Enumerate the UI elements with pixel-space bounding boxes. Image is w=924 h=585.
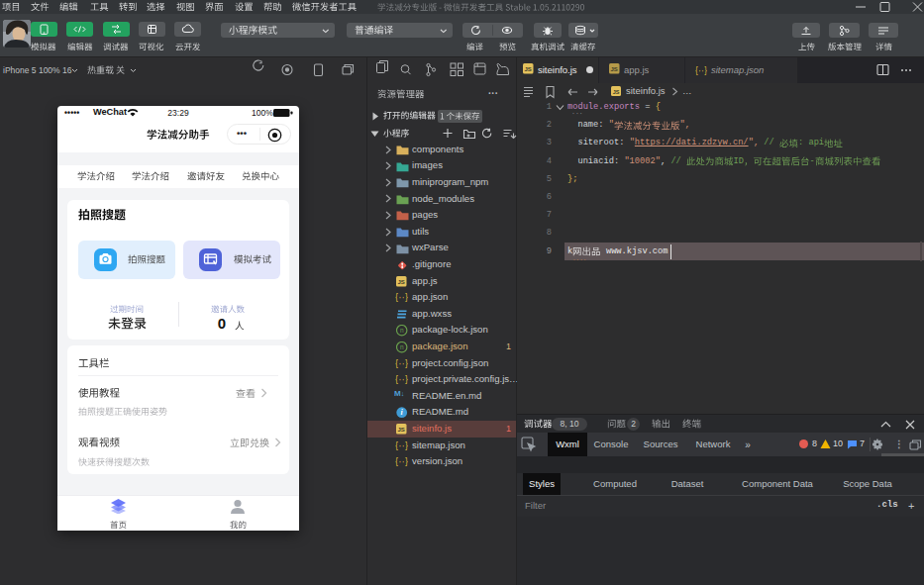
svg-text:n: n (400, 327, 404, 334)
svg-text:n: n (400, 343, 404, 350)
svg-text:JS: JS (525, 66, 532, 72)
svg-text:{··}: {··} (395, 440, 408, 451)
svg-text:{··}: {··} (395, 456, 408, 467)
svg-text:{··}: {··} (395, 374, 408, 385)
svg-text:{··}: {··} (395, 358, 408, 369)
svg-text:{··}: {··} (695, 65, 707, 76)
svg-text:JS: JS (611, 66, 618, 72)
svg-text:JS: JS (613, 89, 620, 95)
svg-text:{··}: {··} (395, 292, 408, 303)
svg-text:JS: JS (398, 427, 405, 433)
svg-text:JS: JS (398, 279, 405, 285)
